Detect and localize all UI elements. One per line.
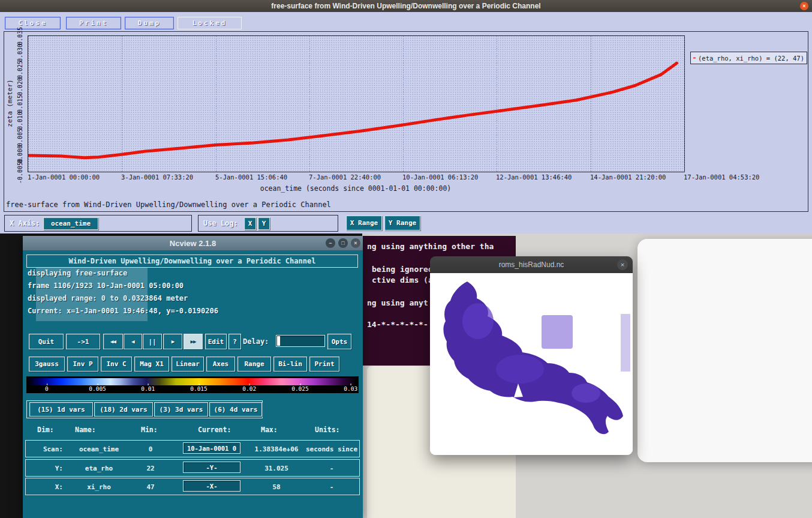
- vars-4d-button[interactable]: (6) 4d vars: [209, 402, 262, 417]
- gridline: [684, 36, 685, 172]
- log-y-toggle[interactable]: Y: [258, 217, 270, 230]
- vars-1d-button[interactable]: (15) 1d vars: [29, 402, 93, 417]
- map-canvas: [430, 273, 633, 455]
- y-tick-label: 0.000: [17, 145, 23, 163]
- terminal-line: ctive dims (a: [372, 276, 433, 285]
- col-header-current: Current:: [198, 426, 231, 434]
- var-buttons-frame: (15) 1d vars (18) 2d vars (3) 3d vars (6…: [26, 400, 263, 418]
- info-range: displayed range: 0 to 0.0323864 meter: [28, 294, 188, 303]
- window-title: Ncview 2.1.8: [170, 239, 216, 248]
- colorbar-tick: 0.015: [190, 385, 207, 392]
- locked-button[interactable]: Locked: [178, 17, 242, 29]
- table-row: Scan: ocean_time 0 10-Jan-0001 0 1.38384…: [25, 440, 360, 457]
- plot-window: free-surface from Wind-Driven Upwelling/…: [0, 0, 812, 233]
- name-cell: xi_rho: [65, 483, 133, 490]
- x-tick-label: 5-Jan-0001 15:06:40: [215, 173, 287, 181]
- background-window: [637, 239, 812, 462]
- terminal-line: ng using anyt: [367, 298, 428, 307]
- window-title: free-surface from Wind-Driven Upwelling/…: [271, 2, 540, 10]
- print-button[interactable]: Print: [309, 357, 339, 372]
- vars-3d-button[interactable]: (3) 3d vars: [154, 402, 208, 417]
- x-axis-variable-button[interactable]: ocean_time: [43, 217, 98, 230]
- col-header-dim: Dim:: [37, 426, 54, 434]
- invert-c-button[interactable]: Inv C: [101, 357, 132, 372]
- opts-button[interactable]: Opts: [327, 334, 351, 349]
- colormap-button[interactable]: 3gauss: [29, 357, 65, 372]
- y-range-button[interactable]: Y Range: [384, 215, 420, 230]
- table-row: X: xi_rho 47 -X- 58 -: [25, 478, 360, 495]
- y-axis-title: zeta (meter): [6, 79, 14, 127]
- min-cell: 47: [135, 483, 166, 490]
- plot-area: [28, 35, 685, 172]
- y-tick-label: 0.005: [17, 128, 23, 146]
- log-x-toggle[interactable]: X: [244, 217, 256, 230]
- invert-p-button[interactable]: Inv P: [67, 357, 98, 372]
- col-header-min: Min:: [141, 426, 158, 434]
- fast-forward-icon[interactable]: ▶▶: [184, 334, 203, 349]
- ncview-window: Ncview 2.1.8 − □ × Wind-Driven Upwelling…: [23, 236, 363, 518]
- legend-label: (eta_rho, xi_rho) = (22, 47): [698, 55, 804, 62]
- edit-button[interactable]: Edit: [205, 334, 227, 349]
- range-button[interactable]: Range: [237, 357, 271, 372]
- y-tick-label: 0.025: [17, 61, 23, 79]
- close-button[interactable]: Close: [5, 17, 61, 29]
- info-current: Current: x=1-Jan-0001 19:46:48, y=-0.019…: [28, 307, 218, 315]
- maximize-icon[interactable]: □: [338, 238, 348, 248]
- axes-button[interactable]: Axes: [206, 357, 235, 372]
- units-cell: -: [305, 483, 358, 490]
- transform-button[interactable]: Linear: [172, 357, 204, 372]
- help-button[interactable]: ?: [228, 334, 241, 349]
- terminal-line: 14-*-*-*-*-*-: [367, 320, 428, 329]
- use-log-control-group: Use Log: X Y: [198, 215, 338, 232]
- close-icon[interactable]: ×: [351, 238, 360, 248]
- netcdf-map-window: roms_hisRadNud.nc ×: [430, 256, 633, 455]
- magnify-button[interactable]: Mag X1: [134, 357, 169, 372]
- x-tick-label: 7-Jan-0001 22:40:00: [309, 173, 381, 181]
- step-forward-icon[interactable]: ▶: [163, 334, 182, 349]
- terminal-line: ng using anything other tha: [367, 242, 494, 251]
- y-tick-label: 0.010: [17, 112, 23, 130]
- quit-button[interactable]: Quit: [29, 334, 64, 349]
- col-header-units: Units:: [315, 426, 340, 434]
- close-icon[interactable]: ×: [800, 2, 808, 10]
- vars-2d-button[interactable]: (18) 2d vars: [94, 402, 153, 417]
- close-icon[interactable]: ×: [617, 259, 628, 270]
- colorbar-tick: 0.025: [291, 385, 309, 392]
- x-tick-label: 3-Jan-0001 07:33:20: [121, 173, 193, 181]
- units-cell: seconds since: [305, 445, 358, 453]
- name-cell: eta_rho: [65, 464, 133, 472]
- table-row: Y: eta_rho 22 -Y- 31.025 -: [25, 459, 360, 477]
- dump-button[interactable]: Dump: [125, 17, 174, 29]
- desktop: ng using anything other tha being ignore…: [0, 0, 812, 518]
- minimize-icon[interactable]: −: [326, 238, 335, 248]
- print-button[interactable]: Print: [66, 17, 121, 29]
- y-tick-label: 0.015: [17, 95, 23, 113]
- zeta-line-chart: [28, 36, 684, 172]
- titlebar[interactable]: free-surface from Wind-Driven Upwelling/…: [0, 0, 812, 12]
- delay-input[interactable]: [276, 335, 325, 347]
- min-cell: 0: [135, 445, 166, 453]
- units-cell: -: [305, 464, 358, 472]
- titlebar[interactable]: roms_hisRadNud.nc ×: [430, 256, 633, 273]
- dim-cell: Scan:: [29, 445, 63, 453]
- step-back-icon[interactable]: ◀: [124, 334, 142, 349]
- dim-cell: Y:: [29, 464, 63, 472]
- min-cell: 22: [135, 464, 166, 472]
- x-range-button[interactable]: X Range: [346, 215, 382, 230]
- colorbar[interactable]: 0 0.005 0.01 0.015 0.02 0.025 0.03: [26, 376, 359, 393]
- dim-cell: X:: [29, 483, 63, 490]
- x-tick-label: 1-Jan-0001 00:00:00: [28, 173, 100, 181]
- gulf-map-image: [430, 273, 633, 455]
- current-value-button[interactable]: 10-Jan-0001 0: [183, 442, 240, 454]
- delay-label: Delay:: [243, 337, 269, 346]
- goto-first-button[interactable]: ->1: [66, 334, 100, 349]
- bilin-button[interactable]: Bi-lin: [273, 357, 307, 372]
- col-header-name: Name:: [75, 426, 96, 434]
- rewind-icon[interactable]: ◀◀: [103, 334, 123, 349]
- info-frame: frame 1106/1923 10-Jan-0001 05:00:00: [28, 282, 184, 290]
- current-value-button[interactable]: -X-: [183, 480, 240, 492]
- current-value-button[interactable]: -Y-: [183, 462, 240, 473]
- titlebar[interactable]: Ncview 2.1.8 − □ ×: [23, 236, 363, 250]
- col-header-max: Max:: [261, 426, 278, 434]
- pause-icon[interactable]: ||: [143, 334, 162, 349]
